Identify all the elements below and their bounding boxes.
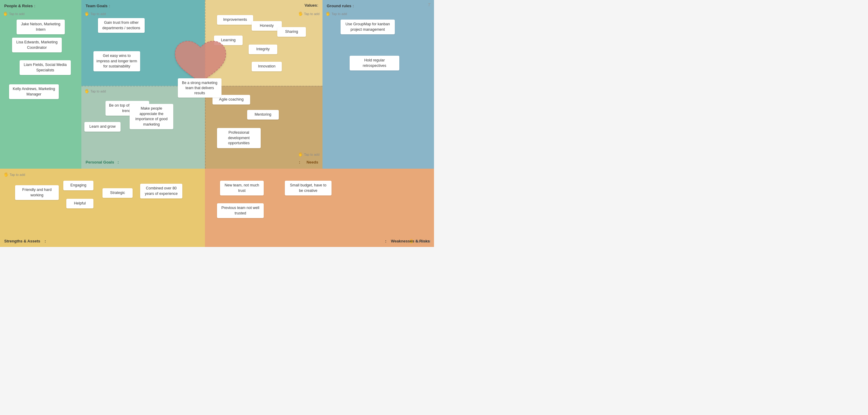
card-retrospectives[interactable]: Hold regular retrospectives [350, 56, 399, 70]
card-jake[interactable]: Jake Nelson, Marketing Intern [17, 20, 65, 34]
people-roles-title: People & Roles [4, 4, 33, 8]
section-ground-rules: Ground rules : 🖐 Tap to add T Use GroupM… [322, 0, 434, 169]
card-helpful[interactable]: Helpful [66, 199, 93, 208]
card-learning[interactable]: Learning [214, 36, 243, 45]
section-weaknesses: 🖐 Tap to add Weaknesses & Risks : New te… [205, 169, 434, 247]
needs-tap-to-add[interactable]: 🖐 Tap to add [298, 152, 319, 157]
ground-rules-title: Ground rules [327, 4, 351, 8]
personal-goals-title: Personal Goals [86, 160, 114, 165]
section-strengths: 🖐 Tap to add Strengths & Assets : Friend… [0, 169, 205, 247]
card-innovation[interactable]: Innovation [252, 62, 282, 71]
card-groupmap[interactable]: Use GroupMap for kanban project manageme… [341, 20, 395, 34]
card-learn-grow[interactable]: Learn and grow [84, 122, 121, 132]
strengths-tap-to-add[interactable]: 🖐 Tap to add [4, 172, 25, 177]
card-combined[interactable]: Combined over 80 years of experience [140, 184, 182, 199]
people-tap-to-add[interactable]: 🖐 Tap to add [3, 11, 24, 16]
card-friendly[interactable]: Friendly and hard working [15, 185, 59, 200]
card-strategic[interactable]: Strategic [102, 188, 133, 198]
section-people: People & Roles : 🖐 Tap to add Jake Nelso… [0, 0, 82, 169]
needs-title: Needs [307, 160, 318, 165]
card-lisa[interactable]: Lisa Edwards, Marketing Coordinator [12, 38, 62, 53]
card-professional[interactable]: Professional development opportunities [217, 128, 261, 148]
card-small-budget[interactable]: Small budget, have to be creative [285, 181, 332, 196]
ground-rules-tap-to-add[interactable]: 🖐 Tap to add [326, 11, 347, 16]
personal-goals-tap[interactable]: 🖐 Tap to add [84, 89, 106, 93]
card-kelly[interactable]: Kelly Andrews, Marketing Manager [9, 84, 59, 99]
card-new-team[interactable]: New team, not much trust [220, 181, 264, 196]
team-goals-tap-to-add[interactable]: 🖐 Tap to add [84, 11, 106, 16]
t-icon: T [428, 2, 430, 7]
card-liam[interactable]: Liam Fields, Social Media Specialists [20, 60, 71, 75]
card-gain-trust[interactable]: Gain trust from other departments / sect… [98, 18, 145, 33]
card-improvements[interactable]: Improvements [217, 15, 253, 25]
card-strong-marketing[interactable]: Be a strong marketing team that delivers… [178, 78, 221, 98]
card-mentoring[interactable]: Mentoring [247, 110, 279, 119]
card-sharing[interactable]: Sharing [277, 27, 306, 37]
tap-icon: 🖐 [3, 11, 8, 16]
values-tap-to-add[interactable]: 🖐 Tap to add [298, 11, 319, 16]
card-prev-team[interactable]: Previous team not well trusted [217, 203, 264, 218]
card-make-people[interactable]: Make people appreciate the importance of… [130, 104, 173, 129]
section-values: Values : 🖐 Tap to add Improvements Hones… [205, 0, 322, 169]
card-easy-wins[interactable]: Get easy wins to impress and longer term… [93, 51, 140, 71]
card-engaging[interactable]: Engaging [63, 181, 93, 190]
team-goals-title: Team Goals [86, 4, 107, 8]
strengths-title: Strengths & Assets [4, 239, 40, 243]
weaknesses-title: Weaknesses & Risks [391, 239, 430, 243]
values-title: Values [304, 3, 317, 7]
card-integrity[interactable]: Integrity [249, 44, 277, 54]
